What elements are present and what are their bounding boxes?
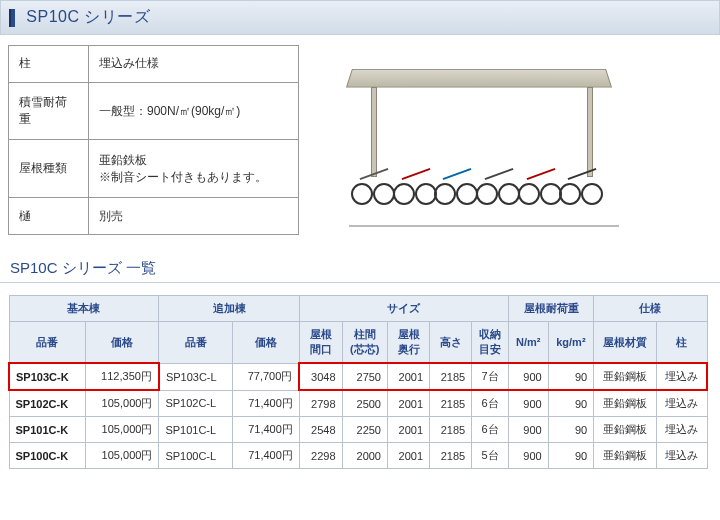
load-nm2: 900 [508,417,548,443]
load-kgm2: 90 [548,443,593,469]
addon-price: 71,400円 [233,390,300,417]
table-row: SP102C-K105,000円SP102C-L71,400円279825002… [9,390,707,417]
header-spec-group: 仕様 [594,296,707,322]
header-code: 品番 [159,322,233,364]
capacity: 6台 [472,390,509,417]
spec-value: 一般型：900N/㎡(90kg/㎡) [89,82,299,140]
product-price: 105,000円 [85,443,159,469]
roof-width: 2548 [299,417,342,443]
header-kgm2: kg/m² [548,322,593,364]
height: 2185 [430,363,472,390]
product-price: 105,000円 [85,417,159,443]
header-price: 価格 [85,322,159,364]
spec-label: 樋 [9,198,89,235]
load-kgm2: 90 [548,363,593,390]
height: 2185 [430,417,472,443]
spec-value: 亜鉛鉄板 ※制音シート付きもあります。 [89,140,299,198]
pillar-span: 2750 [342,363,387,390]
addon-price: 77,700円 [233,363,300,390]
table-row: SP100C-K105,000円SP100C-L71,400円229820002… [9,443,707,469]
title-bar-icon [9,9,15,27]
series-title-bar: SP10C シリーズ [0,0,720,35]
header-height: 高さ [430,322,472,364]
addon-code: SP103C-L [159,363,233,390]
pillar-spec: 埋込み [657,363,708,390]
series-title: SP10C シリーズ [26,8,150,25]
product-price: 105,000円 [85,390,159,417]
shelter-roof-icon [346,69,612,87]
load-kgm2: 90 [548,417,593,443]
header-pillar-spec: 柱 [657,322,708,364]
load-kgm2: 90 [548,390,593,417]
roof-material: 亜鉛鋼板 [594,417,657,443]
product-code: SP100C-K [9,443,85,469]
header-roof-width: 屋根 間口 [299,322,342,364]
header-roof-material: 屋根材質 [594,322,657,364]
bicycles-icon [359,135,609,215]
header-size-group: サイズ [299,296,508,322]
load-nm2: 900 [508,443,548,469]
product-code: SP102C-K [9,390,85,417]
spec-value: 埋込み仕様 [89,46,299,83]
roof-width: 2298 [299,443,342,469]
spec-area: 柱埋込み仕様積雪耐荷重一般型：900N/㎡(90kg/㎡)屋根種類亜鉛鉄板 ※制… [0,45,720,235]
header-nm2: N/m² [508,322,548,364]
height: 2185 [430,443,472,469]
product-code: SP101C-K [9,417,85,443]
pillar-span: 2000 [342,443,387,469]
addon-code: SP100C-L [159,443,233,469]
load-nm2: 900 [508,390,548,417]
addon-price: 71,400円 [233,417,300,443]
spec-label: 積雪耐荷重 [9,82,89,140]
header-roof-depth: 屋根 奥行 [388,322,430,364]
roof-width: 2798 [299,390,342,417]
roof-material: 亜鉛鋼板 [594,363,657,390]
spec-label: 柱 [9,46,89,83]
pillar-spec: 埋込み [657,390,708,417]
roof-material: 亜鉛鋼板 [594,443,657,469]
capacity: 6台 [472,417,509,443]
pillar-span: 2250 [342,417,387,443]
header-code: 品番 [9,322,85,364]
header-load-group: 屋根耐荷重 [508,296,593,322]
header-capacity: 収納 目安 [472,322,509,364]
product-price: 112,350円 [85,363,159,390]
product-code: SP103C-K [9,363,85,390]
table-row: SP101C-K105,000円SP101C-L71,400円254822502… [9,417,707,443]
header-basic-group: 基本棟 [9,296,159,322]
capacity: 7台 [472,363,509,390]
addon-code: SP101C-L [159,417,233,443]
ground-line-icon [349,225,619,227]
roof-depth: 2001 [388,363,430,390]
product-list-table: 基本棟 追加棟 サイズ 屋根耐荷重 仕様 品番 価格 品番 価格 屋根 間口 柱… [8,295,708,469]
list-title: SP10C シリーズ 一覧 [0,255,720,283]
pillar-span: 2500 [342,390,387,417]
table-row: SP103C-K112,350円SP103C-L77,700円304827502… [9,363,707,390]
header-price: 価格 [233,322,300,364]
roof-width: 3048 [299,363,342,390]
spec-table: 柱埋込み仕様積雪耐荷重一般型：900N/㎡(90kg/㎡)屋根種類亜鉛鉄板 ※制… [8,45,299,235]
roof-material: 亜鉛鋼板 [594,390,657,417]
roof-depth: 2001 [388,417,430,443]
load-nm2: 900 [508,363,548,390]
spec-value: 別売 [89,198,299,235]
header-addon-group: 追加棟 [159,296,299,322]
pillar-spec: 埋込み [657,443,708,469]
addon-code: SP102C-L [159,390,233,417]
addon-price: 71,400円 [233,443,300,469]
pillar-spec: 埋込み [657,417,708,443]
header-pillar-span: 柱間 (芯芯) [342,322,387,364]
product-image [319,45,619,235]
height: 2185 [430,390,472,417]
roof-depth: 2001 [388,390,430,417]
spec-label: 屋根種類 [9,140,89,198]
roof-depth: 2001 [388,443,430,469]
capacity: 5台 [472,443,509,469]
